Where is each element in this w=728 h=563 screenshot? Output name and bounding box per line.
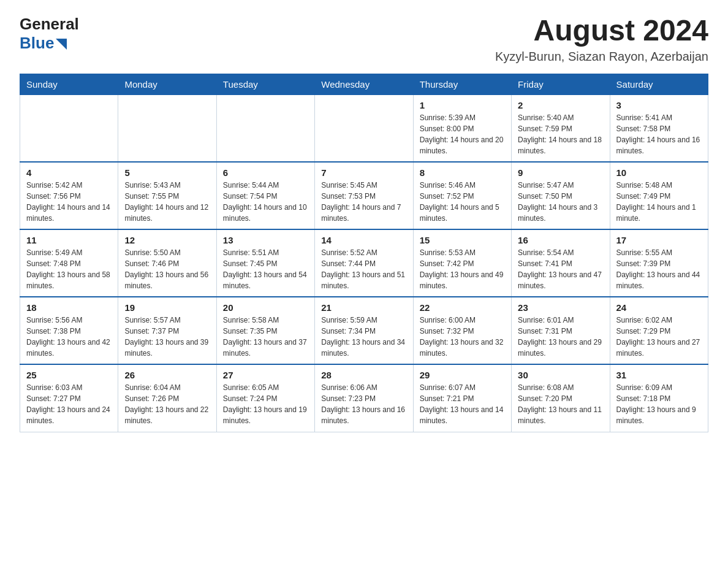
day-info: Sunrise: 5:39 AMSunset: 8:00 PMDaylight:…	[420, 112, 505, 156]
day-info: Sunrise: 5:45 AMSunset: 7:53 PMDaylight:…	[321, 180, 406, 224]
calendar-cell	[216, 94, 314, 162]
day-number: 22	[420, 302, 505, 313]
calendar-cell: 28Sunrise: 6:06 AMSunset: 7:23 PMDayligh…	[315, 364, 413, 432]
calendar-cell: 27Sunrise: 6:05 AMSunset: 7:24 PMDayligh…	[216, 364, 314, 432]
calendar-cell: 12Sunrise: 5:50 AMSunset: 7:46 PMDayligh…	[118, 229, 216, 297]
day-info: Sunrise: 5:52 AMSunset: 7:44 PMDaylight:…	[321, 247, 406, 291]
day-number: 15	[420, 235, 505, 245]
day-number: 2	[518, 100, 603, 110]
calendar-cell: 11Sunrise: 5:49 AMSunset: 7:48 PMDayligh…	[20, 229, 118, 297]
day-number: 13	[223, 235, 308, 245]
day-info: Sunrise: 5:47 AMSunset: 7:50 PMDaylight:…	[518, 180, 603, 224]
calendar-cell: 4Sunrise: 5:42 AMSunset: 7:56 PMDaylight…	[20, 162, 118, 229]
day-number: 7	[321, 167, 406, 178]
day-number: 24	[616, 302, 702, 313]
day-info: Sunrise: 6:04 AMSunset: 7:26 PMDaylight:…	[124, 382, 210, 426]
calendar-cell: 5Sunrise: 5:43 AMSunset: 7:55 PMDaylight…	[118, 162, 216, 229]
day-number: 25	[26, 370, 112, 380]
day-info: Sunrise: 5:53 AMSunset: 7:42 PMDaylight:…	[420, 247, 505, 291]
day-info: Sunrise: 5:49 AMSunset: 7:48 PMDaylight:…	[26, 247, 112, 291]
day-number: 20	[223, 302, 308, 313]
day-number: 23	[518, 302, 603, 313]
day-info: Sunrise: 5:46 AMSunset: 7:52 PMDaylight:…	[420, 180, 505, 224]
column-header-sunday: Sunday	[20, 74, 118, 94]
day-info: Sunrise: 5:42 AMSunset: 7:56 PMDaylight:…	[26, 180, 112, 224]
calendar-cell: 23Sunrise: 6:01 AMSunset: 7:31 PMDayligh…	[512, 297, 610, 364]
title-block: August 2024 Kyzyl-Burun, Siazan Rayon, A…	[495, 15, 708, 64]
day-number: 14	[321, 235, 406, 245]
day-info: Sunrise: 6:03 AMSunset: 7:27 PMDaylight:…	[26, 382, 112, 426]
day-number: 21	[321, 302, 406, 313]
day-info: Sunrise: 6:07 AMSunset: 7:21 PMDaylight:…	[420, 382, 505, 426]
day-number: 12	[124, 235, 210, 245]
day-info: Sunrise: 5:51 AMSunset: 7:45 PMDaylight:…	[223, 247, 308, 291]
calendar-cell: 30Sunrise: 6:08 AMSunset: 7:20 PMDayligh…	[512, 364, 610, 432]
column-header-friday: Friday	[512, 74, 610, 94]
day-info: Sunrise: 5:59 AMSunset: 7:34 PMDaylight:…	[321, 315, 406, 359]
column-header-wednesday: Wednesday	[315, 74, 413, 94]
calendar-week-row: 18Sunrise: 5:56 AMSunset: 7:38 PMDayligh…	[20, 297, 708, 364]
column-header-thursday: Thursday	[413, 74, 511, 94]
logo-line2: Blue	[20, 34, 67, 53]
column-header-monday: Monday	[118, 74, 216, 94]
day-info: Sunrise: 6:00 AMSunset: 7:32 PMDaylight:…	[420, 315, 505, 359]
logo-triangle-icon	[56, 39, 67, 50]
day-info: Sunrise: 5:44 AMSunset: 7:54 PMDaylight:…	[223, 180, 308, 224]
calendar-cell: 20Sunrise: 5:58 AMSunset: 7:35 PMDayligh…	[216, 297, 314, 364]
calendar-cell: 15Sunrise: 5:53 AMSunset: 7:42 PMDayligh…	[413, 229, 511, 297]
calendar-week-row: 1Sunrise: 5:39 AMSunset: 8:00 PMDaylight…	[20, 94, 708, 162]
calendar-cell: 1Sunrise: 5:39 AMSunset: 8:00 PMDaylight…	[413, 94, 511, 162]
day-info: Sunrise: 5:57 AMSunset: 7:37 PMDaylight:…	[124, 315, 210, 359]
day-number: 28	[321, 370, 406, 380]
calendar-cell	[315, 94, 413, 162]
day-info: Sunrise: 6:02 AMSunset: 7:29 PMDaylight:…	[616, 315, 702, 359]
calendar-header-row: SundayMondayTuesdayWednesdayThursdayFrid…	[20, 74, 708, 94]
calendar-cell: 2Sunrise: 5:40 AMSunset: 7:59 PMDaylight…	[512, 94, 610, 162]
calendar-cell: 29Sunrise: 6:07 AMSunset: 7:21 PMDayligh…	[413, 364, 511, 432]
calendar-cell: 10Sunrise: 5:48 AMSunset: 7:49 PMDayligh…	[610, 162, 708, 229]
day-number: 18	[26, 302, 112, 313]
day-info: Sunrise: 5:48 AMSunset: 7:49 PMDaylight:…	[616, 180, 702, 224]
day-info: Sunrise: 5:40 AMSunset: 7:59 PMDaylight:…	[518, 112, 603, 156]
calendar-cell: 16Sunrise: 5:54 AMSunset: 7:41 PMDayligh…	[512, 229, 610, 297]
day-number: 31	[616, 370, 702, 380]
day-number: 16	[518, 235, 603, 245]
day-number: 26	[124, 370, 210, 380]
calendar-cell: 18Sunrise: 5:56 AMSunset: 7:38 PMDayligh…	[20, 297, 118, 364]
calendar-cell: 22Sunrise: 6:00 AMSunset: 7:32 PMDayligh…	[413, 297, 511, 364]
calendar-cell: 7Sunrise: 5:45 AMSunset: 7:53 PMDaylight…	[315, 162, 413, 229]
location-title: Kyzyl-Burun, Siazan Rayon, Azerbaijan	[495, 50, 708, 64]
day-info: Sunrise: 6:09 AMSunset: 7:18 PMDaylight:…	[616, 382, 702, 426]
svg-marker-0	[56, 39, 67, 50]
calendar-cell: 24Sunrise: 6:02 AMSunset: 7:29 PMDayligh…	[610, 297, 708, 364]
calendar-cell: 25Sunrise: 6:03 AMSunset: 7:27 PMDayligh…	[20, 364, 118, 432]
day-info: Sunrise: 5:58 AMSunset: 7:35 PMDaylight:…	[223, 315, 308, 359]
calendar-cell: 26Sunrise: 6:04 AMSunset: 7:26 PMDayligh…	[118, 364, 216, 432]
day-info: Sunrise: 5:54 AMSunset: 7:41 PMDaylight:…	[518, 247, 603, 291]
day-info: Sunrise: 6:08 AMSunset: 7:20 PMDaylight:…	[518, 382, 603, 426]
day-number: 30	[518, 370, 603, 380]
calendar-cell: 14Sunrise: 5:52 AMSunset: 7:44 PMDayligh…	[315, 229, 413, 297]
page-header: General Blue August 2024 Kyzyl-Burun, Si…	[20, 15, 708, 64]
column-header-tuesday: Tuesday	[216, 74, 314, 94]
calendar-cell	[118, 94, 216, 162]
calendar-table: SundayMondayTuesdayWednesdayThursdayFrid…	[20, 74, 708, 432]
day-number: 27	[223, 370, 308, 380]
calendar-cell: 8Sunrise: 5:46 AMSunset: 7:52 PMDaylight…	[413, 162, 511, 229]
month-title: August 2024	[495, 15, 708, 47]
calendar-cell	[20, 94, 118, 162]
day-number: 19	[124, 302, 210, 313]
day-number: 11	[26, 235, 112, 245]
day-number: 3	[616, 100, 702, 110]
calendar-cell: 19Sunrise: 5:57 AMSunset: 7:37 PMDayligh…	[118, 297, 216, 364]
calendar-cell: 21Sunrise: 5:59 AMSunset: 7:34 PMDayligh…	[315, 297, 413, 364]
day-info: Sunrise: 5:43 AMSunset: 7:55 PMDaylight:…	[124, 180, 210, 224]
day-info: Sunrise: 5:50 AMSunset: 7:46 PMDaylight:…	[124, 247, 210, 291]
calendar-cell: 17Sunrise: 5:55 AMSunset: 7:39 PMDayligh…	[610, 229, 708, 297]
day-info: Sunrise: 6:05 AMSunset: 7:24 PMDaylight:…	[223, 382, 308, 426]
day-number: 9	[518, 167, 603, 178]
day-info: Sunrise: 5:41 AMSunset: 7:58 PMDaylight:…	[616, 112, 702, 156]
calendar-cell: 9Sunrise: 5:47 AMSunset: 7:50 PMDaylight…	[512, 162, 610, 229]
calendar-week-row: 4Sunrise: 5:42 AMSunset: 7:56 PMDaylight…	[20, 162, 708, 229]
logo-line1: General	[20, 15, 79, 34]
